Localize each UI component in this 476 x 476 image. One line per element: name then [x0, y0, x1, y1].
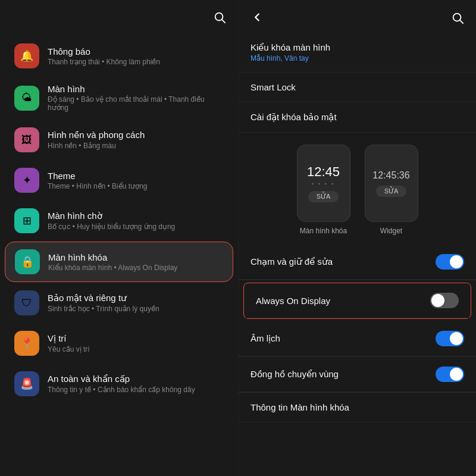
toggle-knob-cham-giu — [450, 255, 463, 268]
item-title-vi-tri: Vị trí — [48, 333, 224, 344]
toggle-wrapper-cham-giu: Chạm và giữ để sửa — [239, 245, 476, 280]
item-title-hinh-nen: Hình nền và phong cách — [48, 130, 224, 140]
sidebar-item-hinh-nen[interactable]: 🖼 Hình nền và phong cách Hình nền • Bảng… — [5, 120, 233, 159]
toggle-row-am-lich[interactable]: Âm lịch — [239, 321, 476, 356]
right-item-subtitle-kieu-khoa: Mẫu hình, Vân tay — [250, 54, 464, 62]
left-header — [0, 0, 238, 33]
item-subtitle-an-toan: Thông tin y tế • Cảnh báo khẩn cấp không… — [48, 386, 224, 394]
toggle-switch-always-on-display[interactable] — [430, 293, 459, 308]
right-header — [239, 0, 476, 33]
item-text-hinh-nen: Hình nền và phong cách Hình nền • Bảng m… — [48, 130, 224, 150]
right-item-plain-smart-lock: Smart Lock — [250, 82, 464, 92]
settings-list: 🔔 Thông báo Thanh trạng thái • Không làm… — [0, 33, 238, 476]
item-text-thong-bao: Thông báo Thanh trạng thái • Không làm p… — [48, 46, 224, 66]
right-item-plain-cai-dat-khoa: Cài đặt khóa bảo mật — [250, 112, 464, 123]
sidebar-item-man-hinh[interactable]: 🌤 Màn hình Độ sáng • Bảo vệ cho mắt thoả… — [5, 77, 233, 119]
preview-label-widget: Widget — [380, 227, 402, 235]
item-title-thong-bao: Thông báo — [48, 46, 224, 57]
sidebar-item-man-hinh-cho[interactable]: ⊞ Màn hình chờ Bố cục • Huy hiệu biểu tư… — [5, 201, 233, 240]
sidebar-item-vi-tri[interactable]: 📍 Vị trí Yêu cầu vị trí — [5, 324, 233, 363]
toggle-wrapper-am-lich: Âm lịch — [239, 321, 476, 356]
toggle-knob-am-lich — [450, 332, 463, 345]
left-search-icon[interactable] — [213, 11, 226, 27]
item-title-man-hinh-cho: Màn hình chờ — [48, 211, 224, 221]
right-header-left — [250, 11, 268, 27]
sidebar-item-theme[interactable]: ✦ Theme Theme • Hình nền • Biểu tượng — [5, 161, 233, 200]
item-title-man-hinh-khoa: Màn hình khóa — [48, 252, 223, 262]
right-item-smart-lock[interactable]: Smart Lock — [239, 73, 476, 102]
toggle-knob-dong-ho — [450, 368, 463, 381]
toggle-switch-am-lich[interactable] — [436, 331, 464, 346]
toggle-wrapper-dong-ho: Đồng hồ chuyển vùng — [239, 357, 476, 392]
item-icon-man-hinh-cho: ⊞ — [14, 208, 39, 233]
item-icon-an-toan: 🚨 — [14, 371, 39, 396]
svg-line-1 — [222, 20, 225, 23]
item-icon-man-hinh-khoa: 🔒 — [15, 249, 40, 274]
sidebar-item-man-hinh-khoa[interactable]: 🔒 Màn hình khóa Kiểu khóa màn hình • Alw… — [5, 242, 233, 282]
right-item-title-kieu-khoa: Kiểu khóa màn hình — [250, 42, 464, 53]
item-subtitle-man-hinh: Độ sáng • Bảo vệ cho mắt thoải mái • Tha… — [48, 95, 224, 112]
item-text-man-hinh-cho: Màn hình chờ Bố cục • Huy hiệu biểu tượn… — [48, 211, 224, 231]
sua-btn-lock-screen[interactable]: SỬA — [308, 191, 339, 202]
toggle-label-always-on-display: Always On Display — [256, 296, 330, 306]
item-subtitle-man-hinh-cho: Bố cục • Huy hiệu biểu tượng ứng dụng — [48, 223, 224, 231]
item-title-bao-mat: Bảo mật và riêng tư — [48, 293, 224, 303]
item-text-bao-mat: Bảo mật và riêng tư Sinh trắc học • Trìn… — [48, 293, 224, 313]
preview-dots-lock-screen: • • • • — [312, 181, 335, 186]
preview-card-lock-screen: 12:45 • • • • SỬA Màn hình khóa — [297, 145, 350, 235]
item-icon-theme: ✦ — [14, 168, 39, 193]
preview-time-widget: 12:45:36 — [372, 170, 409, 181]
toggle-label-thong-tin: Thông tin Màn hình khóa — [250, 402, 464, 412]
right-panel: Kiểu khóa màn hình Mẫu hình, Vân tay Sma… — [238, 0, 476, 476]
item-text-man-hinh-khoa: Màn hình khóa Kiểu khóa màn hình • Alway… — [48, 252, 223, 272]
item-text-man-hinh: Màn hình Độ sáng • Bảo vệ cho mắt thoải … — [48, 84, 224, 112]
toggle-row-always-on-display[interactable]: Always On Display — [244, 283, 471, 318]
item-title-an-toan: An toàn và khẩn cấp — [48, 374, 224, 384]
sua-btn-widget[interactable]: SỬA — [376, 186, 407, 197]
phone-preview-lock-screen: 12:45 • • • • SỬA — [297, 145, 350, 222]
item-icon-thong-bao: 🔔 — [14, 43, 39, 68]
preview-section: 12:45 • • • • SỬA Màn hình khóa 12:45:36… — [239, 133, 476, 245]
toggle-label-dong-ho: Đồng hồ chuyển vùng — [250, 369, 339, 380]
right-item-cai-dat-khoa[interactable]: Cài đặt khóa bảo mật — [239, 102, 476, 133]
right-item-kieu-khoa[interactable]: Kiểu khóa màn hình Mẫu hình, Vân tay — [239, 33, 476, 73]
item-subtitle-vi-tri: Yêu cầu vị trí — [48, 345, 224, 353]
toggle-switch-dong-ho[interactable] — [436, 367, 464, 382]
item-subtitle-thong-bao: Thanh trạng thái • Không làm phiền — [48, 58, 224, 66]
item-subtitle-theme: Theme • Hình nền • Biểu tượng — [48, 182, 224, 190]
left-panel: 🔔 Thông báo Thanh trạng thái • Không làm… — [0, 0, 238, 476]
preview-card-widget: 12:45:36 SỬA Widget — [365, 145, 418, 235]
item-icon-bao-mat: 🛡 — [14, 290, 39, 315]
item-subtitle-bao-mat: Sinh trắc học • Trình quản lý quyền — [48, 305, 224, 313]
right-search-icon[interactable] — [451, 11, 464, 27]
right-content: Kiểu khóa màn hình Mẫu hình, Vân tay Sma… — [239, 33, 476, 476]
item-text-vi-tri: Vị trí Yêu cầu vị trí — [48, 333, 224, 353]
phone-preview-widget: 12:45:36 SỬA — [365, 145, 418, 222]
toggle-row-cham-giu[interactable]: Chạm và giữ để sửa — [239, 245, 476, 280]
sidebar-item-an-toan[interactable]: 🚨 An toàn và khẩn cấp Thông tin y tế • C… — [5, 364, 233, 403]
item-subtitle-hinh-nen: Hình nền • Bảng màu — [48, 142, 224, 150]
item-title-man-hinh: Màn hình — [48, 84, 224, 94]
back-arrow-icon[interactable] — [250, 11, 264, 27]
toggle-label-am-lich: Âm lịch — [250, 333, 280, 344]
item-subtitle-man-hinh-khoa: Kiểu khóa màn hình • Always On Display — [48, 264, 223, 272]
toggle-wrapper-always-on-display: Always On Display — [243, 283, 471, 319]
toggle-switch-cham-giu[interactable] — [436, 254, 464, 270]
right-item-thong-tin[interactable]: Thông tin Màn hình khóa — [239, 393, 476, 422]
item-text-theme: Theme Theme • Hình nền • Biểu tượng — [48, 171, 224, 190]
preview-time-lock-screen: 12:45 — [307, 164, 340, 180]
item-icon-hinh-nen: 🖼 — [14, 127, 39, 152]
sidebar-item-bao-mat[interactable]: 🛡 Bảo mật và riêng tư Sinh trắc học • Tr… — [5, 283, 233, 322]
svg-line-3 — [460, 20, 463, 23]
toggle-knob-always-on-display — [431, 294, 444, 307]
item-icon-man-hinh: 🌤 — [14, 86, 39, 111]
toggle-row-dong-ho[interactable]: Đồng hồ chuyển vùng — [239, 357, 476, 392]
sidebar-item-thong-bao[interactable]: 🔔 Thông báo Thanh trạng thái • Không làm… — [5, 36, 233, 76]
item-icon-vi-tri: 📍 — [14, 331, 39, 356]
toggle-label-cham-giu: Chạm và giữ để sửa — [250, 256, 333, 267]
item-text-an-toan: An toàn và khẩn cấp Thông tin y tế • Cản… — [48, 374, 224, 394]
item-title-theme: Theme — [48, 171, 224, 181]
preview-label-lock-screen: Màn hình khóa — [300, 227, 347, 235]
